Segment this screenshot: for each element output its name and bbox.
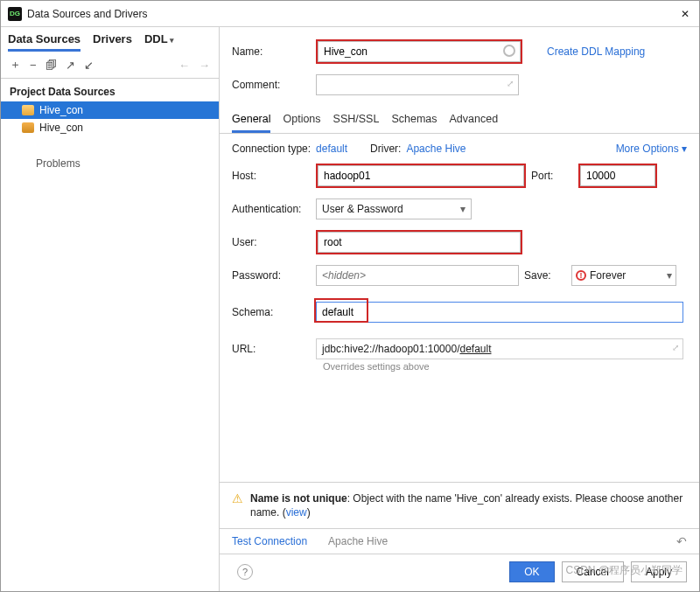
problems-link[interactable]: Problems <box>1 140 219 173</box>
tree-item-label: Hive_con <box>39 122 83 134</box>
tab-schemas[interactable]: Schemas <box>391 113 437 133</box>
warning-bar: ⚠ Name is not unique: Object with the na… <box>220 482 699 528</box>
sidebar-tab-ddl[interactable]: DDL <box>144 32 174 52</box>
tab-general[interactable]: General <box>232 113 270 133</box>
auth-select[interactable]: User & Password <box>316 198 472 219</box>
auth-label: Authentication: <box>232 203 316 215</box>
title-bar: DG Data Sources and Drivers ✕ <box>1 1 699 27</box>
view-link[interactable]: view <box>286 506 307 519</box>
url-note: Overrides settings above <box>323 361 687 372</box>
password-input[interactable] <box>316 265 519 286</box>
chevron-down-icon <box>667 269 672 282</box>
tab-ssh-ssl[interactable]: SSH/SSL <box>333 113 380 133</box>
main-tabs: General Options SSH/SSL Schemas Advanced <box>220 109 699 134</box>
warning-icon: ⚠ <box>232 491 243 519</box>
settings-icon[interactable]: ↗ <box>66 59 75 72</box>
edit-driver-icon[interactable]: ↙ <box>84 59 94 72</box>
connection-type-label: Connection type: <box>232 143 311 155</box>
tab-advanced[interactable]: Advanced <box>450 113 499 133</box>
save-value: Forever <box>590 269 626 282</box>
save-label: Save: <box>519 269 571 282</box>
connection-type-value[interactable]: default <box>316 143 347 155</box>
auth-value: User & Password <box>322 203 403 215</box>
app-icon: DG <box>8 7 22 21</box>
chevron-down-icon: ▾ <box>682 143 687 155</box>
schema-input[interactable] <box>316 302 683 323</box>
driver-label: Driver: <box>370 143 401 155</box>
copy-icon[interactable]: 🗐 <box>46 59 57 72</box>
connection-info: Connection type: default Driver: Apache … <box>220 134 699 158</box>
port-label: Port: <box>526 170 578 182</box>
tree-item-label: Hive_con <box>39 104 83 116</box>
main-panel: Name: Create DDL Mapping Comment: ⤢ Gene… <box>220 27 699 591</box>
test-connection-link[interactable]: Test Connection <box>232 535 307 547</box>
dialog-buttons: ? OK Cancel Apply <box>220 554 699 591</box>
user-input[interactable] <box>318 232 521 253</box>
expand-icon[interactable]: ⤢ <box>672 343 679 352</box>
comment-input[interactable] <box>316 74 519 95</box>
database-icon <box>22 122 34 133</box>
apply-button[interactable]: Apply <box>631 561 687 582</box>
user-label: User: <box>232 236 316 248</box>
window-title: Data Sources and Drivers <box>27 8 673 20</box>
color-indicator[interactable] <box>503 45 515 57</box>
tree-item[interactable]: Hive_con <box>1 119 219 136</box>
driver-name[interactable]: Apache Hive <box>328 535 388 547</box>
cancel-button[interactable]: Cancel <box>562 561 624 582</box>
save-select[interactable]: ! Forever <box>571 265 676 286</box>
url-prefix: jdbc:hive2://hadoop01:10000/ <box>322 343 459 355</box>
revert-icon[interactable]: ↶ <box>676 534 687 548</box>
database-icon <box>22 105 34 115</box>
sidebar-tab-drivers[interactable]: Drivers <box>93 32 132 52</box>
data-source-tree: Hive_con Hive_con <box>1 101 219 140</box>
back-icon[interactable]: ← <box>178 59 190 72</box>
name-label: Name: <box>232 45 316 58</box>
port-input[interactable] <box>580 165 655 186</box>
ok-button[interactable]: OK <box>509 561 554 582</box>
warning-dot-icon: ! <box>576 270 586 281</box>
host-input[interactable] <box>318 165 524 186</box>
sidebar-tab-data-sources[interactable]: Data Sources <box>8 32 80 52</box>
driver-link[interactable]: Apache Hive <box>406 143 466 155</box>
url-label: URL: <box>232 343 316 355</box>
more-options-link[interactable]: More Options ▾ <box>616 143 687 155</box>
name-input[interactable] <box>318 41 521 62</box>
remove-icon[interactable]: − <box>30 59 37 72</box>
sidebar-toolbar: ＋ − 🗐 ↗ ↙ ← → <box>1 52 219 79</box>
sidebar-tabs: Data Sources Drivers DDL <box>1 27 219 52</box>
warning-message: Name is not unique: Object with the name… <box>250 491 687 519</box>
test-row: Test Connection Apache Hive ↶ <box>220 528 699 554</box>
create-ddl-mapping-link[interactable]: Create DDL Mapping <box>547 45 645 58</box>
url-db: default <box>459 343 491 355</box>
sidebar: Data Sources Drivers DDL ＋ − 🗐 ↗ ↙ ← → P… <box>1 27 220 591</box>
forward-icon[interactable]: → <box>199 59 210 72</box>
host-label: Host: <box>232 170 316 182</box>
add-icon[interactable]: ＋ <box>10 57 21 73</box>
tree-item[interactable]: Hive_con <box>1 101 219 119</box>
help-icon[interactable]: ? <box>237 564 253 580</box>
close-icon[interactable]: ✕ <box>678 7 692 21</box>
tab-options[interactable]: Options <box>283 113 320 133</box>
url-input[interactable]: jdbc:hive2://hadoop01:10000/default ⤢ <box>316 338 683 359</box>
password-label: Password: <box>232 269 316 282</box>
project-data-sources-header: Project Data Sources <box>1 79 219 101</box>
chevron-down-icon <box>460 203 466 215</box>
expand-icon[interactable]: ⤢ <box>507 79 514 88</box>
comment-label: Comment: <box>232 79 316 91</box>
schema-label: Schema: <box>232 306 316 318</box>
